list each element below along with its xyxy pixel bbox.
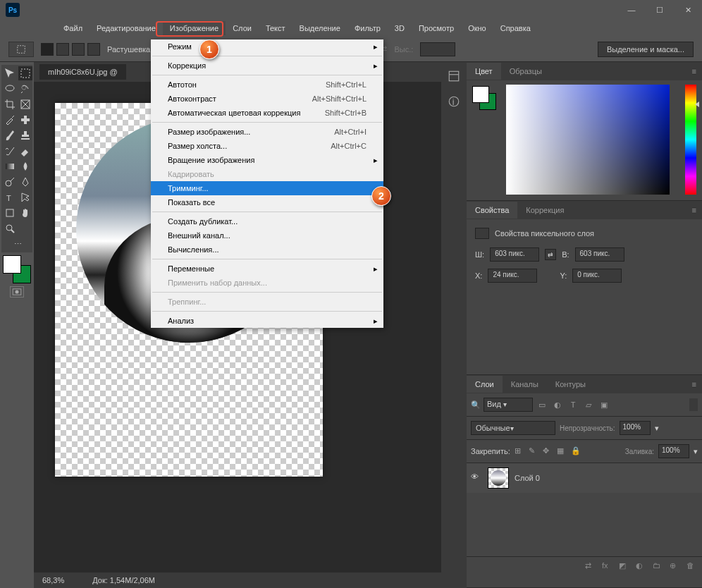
selection-new-button[interactable] <box>41 43 54 56</box>
tab-color[interactable]: Цвет <box>467 63 501 80</box>
menu-item-autocolor[interactable]: Автоматическая цветовая коррекцияShift+C… <box>151 106 383 120</box>
selection-add-button[interactable] <box>56 43 69 56</box>
filter-shape-icon[interactable]: ▱ <box>582 398 595 411</box>
gradient-tool[interactable] <box>3 159 17 173</box>
zoom-level[interactable]: 68,3% <box>42 576 64 584</box>
height-input[interactable]: 603 пикс. <box>575 247 624 262</box>
quick-select-tool[interactable] <box>18 82 32 96</box>
adjustment-layer-icon[interactable]: ◐ <box>636 561 647 572</box>
maximize-button[interactable]: ☐ <box>651 4 668 16</box>
foreground-background-colors[interactable] <box>3 255 31 283</box>
lock-brush-icon[interactable]: ✎ <box>529 446 538 456</box>
chevron-down-icon[interactable]: ▾ <box>655 424 659 433</box>
doc-size[interactable]: Док: 1,54M/2,06M <box>92 576 155 584</box>
menu-item-rotation[interactable]: Вращение изображения <box>151 153 383 167</box>
menu-item-autotone[interactable]: АвтотонShift+Ctrl+L <box>151 78 383 92</box>
menu-item-autocontrast[interactable]: АвтоконтрастAlt+Shift+Ctrl+L <box>151 92 383 106</box>
type-tool[interactable]: T <box>3 190 17 204</box>
chevron-down-icon[interactable]: ▾ <box>694 447 698 456</box>
layer-row[interactable]: 👁 Слой 0 <box>467 463 702 493</box>
width-input[interactable]: 603 пикс. <box>490 247 539 262</box>
close-button[interactable]: ✕ <box>679 4 696 16</box>
layers-panel-menu[interactable]: ≡ <box>686 380 702 388</box>
menu-3d[interactable]: 3D <box>388 21 412 35</box>
menu-view[interactable]: Просмотр <box>412 21 461 35</box>
eyedropper-tool[interactable] <box>3 113 17 127</box>
menu-item-trim[interactable]: Тримминг... <box>151 181 383 195</box>
zoom-tool[interactable] <box>3 221 17 235</box>
lock-position-icon[interactable]: ✥ <box>543 446 553 456</box>
color-swatches[interactable] <box>472 86 496 110</box>
blend-mode-dropdown[interactable]: Обычные ▾ <box>471 421 555 435</box>
frame-tool[interactable] <box>18 97 32 111</box>
lock-artboard-icon[interactable]: ▦ <box>557 446 567 456</box>
quick-mask-button[interactable] <box>10 286 24 298</box>
minimize-button[interactable]: — <box>623 4 640 16</box>
menu-text[interactable]: Текст <box>259 21 292 35</box>
tab-channels[interactable]: Каналы <box>503 376 547 393</box>
selection-subtract-button[interactable] <box>72 43 85 56</box>
new-layer-icon[interactable]: ⊕ <box>670 561 681 572</box>
lasso-tool[interactable] <box>3 82 17 96</box>
tab-adjustments[interactable]: Коррекция <box>517 202 572 219</box>
lock-pixels-icon[interactable]: ⊞ <box>515 446 524 456</box>
opacity-input[interactable]: 100% <box>620 421 651 435</box>
link-layers-icon[interactable]: ⇄ <box>585 561 596 572</box>
properties-panel-menu[interactable]: ≡ <box>686 206 702 214</box>
delete-layer-icon[interactable]: 🗑 <box>686 561 698 572</box>
pen-tool[interactable] <box>18 175 32 189</box>
foreground-color-swatch[interactable] <box>3 255 21 274</box>
menu-help[interactable]: Справка <box>493 21 538 35</box>
color-panel-menu[interactable]: ≡ <box>686 67 702 75</box>
blur-tool[interactable] <box>18 159 32 173</box>
layers-empty-area[interactable] <box>467 493 702 556</box>
menu-edit[interactable]: Редактирование <box>90 21 163 35</box>
layer-thumbnail[interactable] <box>488 467 509 489</box>
menu-item-apply-image[interactable]: Внешний канал... <box>151 228 383 243</box>
menu-layers[interactable]: Слои <box>226 21 259 35</box>
tab-properties[interactable]: Свойства <box>467 202 517 219</box>
document-tab[interactable]: mIh09iC8x6U.jpg @ <box>39 64 126 80</box>
menu-item-calculations[interactable]: Вычисления... <box>151 243 383 257</box>
tab-layers[interactable]: Слои <box>467 376 503 393</box>
menu-item-canvas-size[interactable]: Размер холста...Alt+Ctrl+C <box>151 139 383 153</box>
x-input[interactable]: 24 пикс. <box>488 269 537 283</box>
menu-item-duplicate[interactable]: Создать дубликат... <box>151 214 383 228</box>
menu-item-reveal-all[interactable]: Показать все <box>151 195 383 209</box>
info-panel-icon[interactable]: i <box>445 93 462 110</box>
history-brush-tool[interactable] <box>3 144 17 158</box>
filter-adjust-icon[interactable]: ◐ <box>551 398 564 411</box>
filter-smart-icon[interactable]: ▣ <box>598 398 610 411</box>
menu-item-mode[interactable]: Режим <box>151 39 383 54</box>
tool-preset-picker[interactable] <box>8 42 34 57</box>
hand-tool[interactable] <box>18 206 32 220</box>
brush-tool[interactable] <box>3 128 17 142</box>
link-dimensions-button[interactable]: ⇄ <box>545 249 556 260</box>
fg-color-swatch[interactable] <box>472 86 489 103</box>
crop-tool[interactable] <box>3 97 17 111</box>
menu-file[interactable]: Файл <box>56 21 90 35</box>
history-panel-icon[interactable] <box>445 68 462 85</box>
move-tool[interactable] <box>3 66 17 80</box>
y-input[interactable]: 0 пикс. <box>572 269 622 283</box>
layer-fx-icon[interactable]: fx <box>602 561 613 572</box>
menu-item-variables[interactable]: Переменные <box>151 262 383 276</box>
edit-toolbar-button[interactable]: ⋯ <box>3 237 32 251</box>
filter-toggle[interactable] <box>689 398 698 411</box>
layer-group-icon[interactable]: 🗀 <box>653 561 664 572</box>
menu-filter[interactable]: Фильтр <box>347 21 388 35</box>
filter-pixel-icon[interactable]: ▭ <box>536 398 548 411</box>
fill-input[interactable]: 100% <box>658 444 689 458</box>
menu-window[interactable]: Окно <box>461 21 493 35</box>
tab-swatches[interactable]: Образцы <box>501 63 550 80</box>
menu-image[interactable]: Изображение <box>163 21 226 35</box>
color-field[interactable] <box>506 85 670 195</box>
selection-intersect-button[interactable] <box>87 43 100 56</box>
layer-filter-dropdown[interactable]: Вид ▾ <box>484 398 533 412</box>
dodge-tool[interactable] <box>3 175 17 189</box>
visibility-toggle[interactable]: 👁 <box>471 472 482 484</box>
menu-item-image-size[interactable]: Размер изображения...Alt+Ctrl+I <box>151 125 383 139</box>
marquee-tool[interactable] <box>18 66 32 80</box>
menu-item-adjustments[interactable]: Коррекция <box>151 59 383 73</box>
menu-select[interactable]: Выделение <box>292 21 347 35</box>
